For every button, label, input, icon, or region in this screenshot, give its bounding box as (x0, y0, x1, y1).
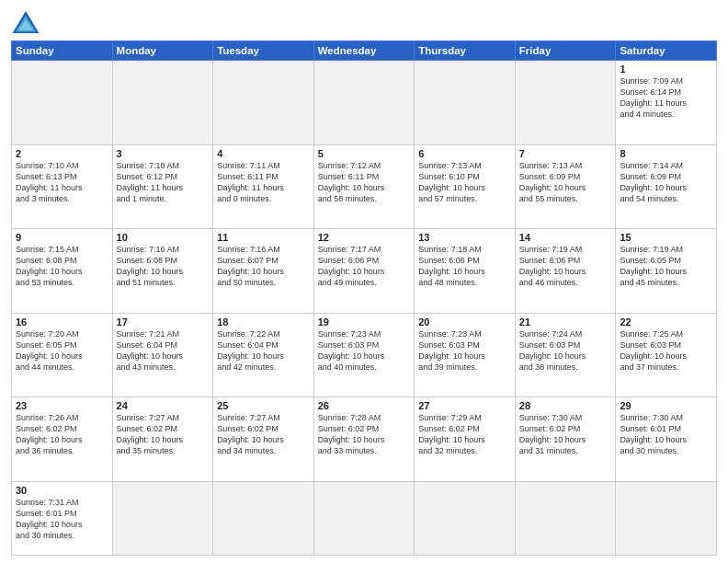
calendar-cell: 24Sunrise: 7:27 AM Sunset: 6:02 PM Dayli… (112, 397, 213, 482)
weekday-header: Monday (112, 41, 213, 61)
weekday-header: Thursday (415, 41, 516, 61)
calendar-cell: 17Sunrise: 7:21 AM Sunset: 6:04 PM Dayli… (112, 313, 213, 397)
day-number: 23 (16, 400, 108, 411)
day-number: 28 (519, 400, 612, 411)
calendar-cell: 18Sunrise: 7:22 AM Sunset: 6:04 PM Dayli… (213, 313, 314, 397)
logo-icon (11, 9, 40, 35)
day-info: Sunrise: 7:29 AM Sunset: 6:02 PM Dayligh… (418, 412, 511, 457)
calendar-week-row: 2Sunrise: 7:10 AM Sunset: 6:13 PM Daylig… (12, 144, 717, 229)
page: SundayMondayTuesdayWednesdayThursdayFrid… (0, 0, 728, 563)
day-number: 10 (117, 232, 210, 243)
day-number: 21 (519, 316, 612, 327)
day-number: 20 (418, 316, 511, 327)
calendar-cell (415, 481, 516, 556)
calendar-cell: 30Sunrise: 7:31 AM Sunset: 6:01 PM Dayli… (12, 481, 113, 556)
calendar-week-row: 30Sunrise: 7:31 AM Sunset: 6:01 PM Dayli… (12, 481, 717, 556)
calendar-cell: 21Sunrise: 7:24 AM Sunset: 6:03 PM Dayli… (515, 313, 616, 397)
calendar-cell: 5Sunrise: 7:12 AM Sunset: 6:11 PM Daylig… (313, 144, 415, 229)
day-number: 17 (117, 316, 210, 327)
day-info: Sunrise: 7:19 AM Sunset: 6:05 PM Dayligh… (620, 244, 712, 289)
calendar-cell (213, 61, 314, 145)
day-info: Sunrise: 7:18 AM Sunset: 6:06 PM Dayligh… (418, 244, 511, 289)
calendar-cell: 27Sunrise: 7:29 AM Sunset: 6:02 PM Dayli… (415, 397, 516, 482)
calendar-cell: 7Sunrise: 7:13 AM Sunset: 6:09 PM Daylig… (515, 144, 616, 229)
day-info: Sunrise: 7:09 AM Sunset: 6:14 PM Dayligh… (620, 75, 712, 121)
day-number: 12 (318, 232, 411, 243)
calendar-cell: 3Sunrise: 7:10 AM Sunset: 6:12 PM Daylig… (112, 144, 213, 229)
calendar-cell (515, 481, 616, 556)
calendar-week-row: 16Sunrise: 7:20 AM Sunset: 6:05 PM Dayli… (12, 313, 717, 397)
day-info: Sunrise: 7:28 AM Sunset: 6:02 PM Dayligh… (318, 412, 411, 457)
day-info: Sunrise: 7:16 AM Sunset: 6:08 PM Dayligh… (117, 244, 210, 289)
calendar-cell: 20Sunrise: 7:23 AM Sunset: 6:03 PM Dayli… (415, 313, 516, 397)
day-info: Sunrise: 7:20 AM Sunset: 6:05 PM Dayligh… (16, 328, 108, 373)
day-info: Sunrise: 7:13 AM Sunset: 6:09 PM Dayligh… (519, 160, 612, 205)
day-info: Sunrise: 7:10 AM Sunset: 6:13 PM Dayligh… (16, 160, 108, 205)
calendar-week-row: 1Sunrise: 7:09 AM Sunset: 6:14 PM Daylig… (12, 61, 717, 145)
calendar-cell: 4Sunrise: 7:11 AM Sunset: 6:11 PM Daylig… (213, 144, 314, 229)
calendar-cell: 13Sunrise: 7:18 AM Sunset: 6:06 PM Dayli… (415, 229, 516, 314)
day-number: 19 (318, 316, 411, 327)
calendar-header: SundayMondayTuesdayWednesdayThursdayFrid… (12, 41, 717, 61)
calendar-cell: 6Sunrise: 7:13 AM Sunset: 6:10 PM Daylig… (415, 144, 516, 229)
day-number: 13 (418, 232, 511, 243)
calendar-cell: 10Sunrise: 7:16 AM Sunset: 6:08 PM Dayli… (112, 229, 213, 314)
calendar-cell: 16Sunrise: 7:20 AM Sunset: 6:05 PM Dayli… (12, 313, 113, 397)
calendar-cell (616, 481, 717, 556)
day-number: 24 (117, 400, 210, 411)
calendar-cell (313, 481, 415, 556)
day-number: 3 (117, 148, 210, 159)
calendar-cell: 23Sunrise: 7:26 AM Sunset: 6:02 PM Dayli… (12, 397, 113, 482)
day-number: 7 (519, 148, 612, 159)
calendar-cell: 12Sunrise: 7:17 AM Sunset: 6:06 PM Dayli… (313, 229, 415, 314)
weekday-header: Friday (515, 41, 616, 61)
calendar-cell: 1Sunrise: 7:09 AM Sunset: 6:14 PM Daylig… (616, 61, 717, 145)
day-number: 6 (418, 148, 511, 159)
calendar-cell (12, 61, 113, 145)
weekday-header: Tuesday (213, 41, 314, 61)
calendar-cell (112, 481, 213, 556)
calendar-cell (213, 481, 314, 556)
calendar-cell: 11Sunrise: 7:16 AM Sunset: 6:07 PM Dayli… (213, 229, 314, 314)
calendar-cell (415, 61, 516, 145)
day-number: 29 (620, 400, 712, 411)
day-info: Sunrise: 7:10 AM Sunset: 6:12 PM Dayligh… (117, 160, 210, 205)
calendar-body: 1Sunrise: 7:09 AM Sunset: 6:14 PM Daylig… (12, 61, 717, 556)
calendar-cell: 15Sunrise: 7:19 AM Sunset: 6:05 PM Dayli… (616, 229, 717, 314)
calendar-week-row: 9Sunrise: 7:15 AM Sunset: 6:08 PM Daylig… (12, 229, 717, 314)
day-info: Sunrise: 7:24 AM Sunset: 6:03 PM Dayligh… (519, 328, 612, 373)
day-info: Sunrise: 7:13 AM Sunset: 6:10 PM Dayligh… (418, 160, 511, 205)
calendar-cell: 8Sunrise: 7:14 AM Sunset: 6:09 PM Daylig… (616, 144, 717, 229)
day-number: 5 (318, 148, 411, 159)
day-number: 27 (418, 400, 511, 411)
day-number: 26 (318, 400, 411, 411)
day-number: 25 (217, 400, 310, 411)
calendar-table: SundayMondayTuesdayWednesdayThursdayFrid… (11, 40, 717, 556)
day-info: Sunrise: 7:15 AM Sunset: 6:08 PM Dayligh… (16, 244, 108, 289)
calendar-cell: 19Sunrise: 7:23 AM Sunset: 6:03 PM Dayli… (313, 313, 415, 397)
day-number: 18 (217, 316, 310, 327)
calendar-cell: 14Sunrise: 7:19 AM Sunset: 6:06 PM Dayli… (515, 229, 616, 314)
day-number: 16 (16, 316, 108, 327)
day-info: Sunrise: 7:30 AM Sunset: 6:02 PM Dayligh… (519, 412, 612, 457)
day-info: Sunrise: 7:21 AM Sunset: 6:04 PM Dayligh… (117, 328, 210, 373)
day-info: Sunrise: 7:23 AM Sunset: 6:03 PM Dayligh… (318, 328, 411, 373)
day-number: 11 (217, 232, 310, 243)
calendar-cell: 2Sunrise: 7:10 AM Sunset: 6:13 PM Daylig… (12, 144, 113, 229)
day-info: Sunrise: 7:11 AM Sunset: 6:11 PM Dayligh… (217, 160, 310, 205)
day-info: Sunrise: 7:19 AM Sunset: 6:06 PM Dayligh… (519, 244, 612, 289)
calendar-week-row: 23Sunrise: 7:26 AM Sunset: 6:02 PM Dayli… (12, 397, 717, 482)
calendar-cell: 28Sunrise: 7:30 AM Sunset: 6:02 PM Dayli… (515, 397, 616, 482)
calendar-cell (515, 61, 616, 145)
calendar-cell (313, 61, 415, 145)
day-number: 14 (519, 232, 612, 243)
weekday-header: Sunday (12, 41, 113, 61)
day-number: 30 (16, 485, 108, 496)
weekday-header: Wednesday (313, 41, 415, 61)
day-number: 1 (620, 63, 712, 75)
day-info: Sunrise: 7:27 AM Sunset: 6:02 PM Dayligh… (217, 412, 310, 457)
day-info: Sunrise: 7:30 AM Sunset: 6:01 PM Dayligh… (620, 412, 712, 457)
calendar-cell: 26Sunrise: 7:28 AM Sunset: 6:02 PM Dayli… (313, 397, 415, 482)
header (11, 9, 717, 35)
logo (11, 9, 44, 35)
